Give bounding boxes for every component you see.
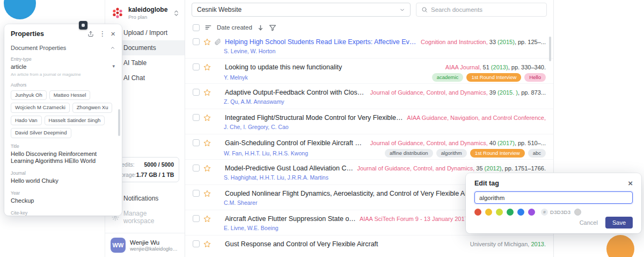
tag-pill[interactable]: 1st Round Interview [470,149,525,158]
doc-title[interactable]: Gust Response and Control of Very Flexib… [225,240,466,248]
author-chip[interactable]: Hado Van [11,116,42,125]
tag-pill[interactable]: algorithm [436,149,467,158]
export-icon[interactable] [87,31,94,37]
row-checkbox[interactable] [193,63,200,70]
workspace-logo-icon [111,6,125,20]
doc-volume: 33 [488,39,496,45]
doc-title[interactable]: Gain-Scheduling Control of Flexible Airc… [225,139,367,147]
select-all-checkbox[interactable] [193,24,200,31]
collection-select[interactable]: Cesnik Website [192,3,411,17]
star-icon[interactable] [203,139,211,147]
search-box[interactable] [416,3,547,17]
doc-pages: , pp. 1751–1766. [501,165,546,172]
doc-title[interactable]: Aircraft Active Flutter Suppression Stat… [225,215,356,223]
row-checkbox[interactable] [193,114,200,121]
doc-volume: 40 [488,140,496,146]
doc-meta: Cognition and Instruction, 33 (2015), pp… [421,39,546,45]
document-row[interactable]: Integrated Flight/Structural Mode Contro… [185,109,553,134]
sort-icon[interactable] [204,24,212,31]
user-profile[interactable]: WW Wenjie Wu wenjie@kaleidoglob... [105,233,185,257]
tag-pill[interactable]: academic [432,73,464,82]
document-row[interactable]: Looking to update this new functionality… [185,59,553,84]
doc-venue: Cognition and Instruction, [421,39,488,45]
tag-pill[interactable]: affine distribution [385,149,433,158]
sort-field-label[interactable]: Date created [217,24,252,31]
current-color-swatch[interactable] [574,209,581,216]
tag-name-input[interactable] [474,191,633,204]
close-icon[interactable]: × [628,179,633,187]
entry-type-label: Entry-type [11,56,115,62]
author-chip[interactable]: David Silver Deepmind [11,128,71,138]
doc-title[interactable]: Helping High School Students Read Like E… [225,38,417,46]
star-icon[interactable] [203,165,211,172]
document-row[interactable]: Gust Response and Control of Very Flexib… [185,235,553,257]
workspace-switcher[interactable]: kaleidoglobe Pro plan [105,0,185,25]
chevron-up-icon [110,45,115,51]
section-document-properties[interactable]: Document Properties [11,45,115,51]
author-chip[interactable]: Hasselt Satinder Singh [45,116,105,125]
document-row[interactable]: Adaptive Output-Feedback Control with Cl… [185,84,553,109]
field-entry-type[interactable]: Entry-type article An article from a jou… [11,56,115,77]
doc-title[interactable]: Model-Predictive Gust Load Alleviation C… [225,165,353,172]
list-scrollbar[interactable] [549,37,551,61]
row-checkbox[interactable] [193,215,200,222]
cancel-button[interactable]: Cancel [580,219,598,226]
notifications-label: Notifications [123,195,158,202]
doc-venue: University of Michigan, [470,241,530,247]
document-row[interactable]: Gain-Scheduling Control of Flexible Airc… [185,134,553,160]
author-chip[interactable]: Zhongwen Xu [72,103,113,112]
row-checkbox[interactable] [193,89,200,96]
attachment-icon [215,39,221,45]
doc-title[interactable]: Integrated Flight/Structural Mode Contro… [225,114,403,122]
star-icon[interactable] [203,114,211,122]
hex-color-chip[interactable]: # D3D3D3 [541,209,570,216]
star-icon[interactable] [203,190,211,197]
row-checkbox[interactable] [193,38,200,45]
author-chip[interactable]: Wojciech M Czarnecki [11,103,70,112]
tag-pill[interactable]: 1st Round Interview [466,73,521,82]
star-icon[interactable] [203,215,211,223]
document-row[interactable]: Helping High School Students Read Like E… [185,33,553,59]
color-swatch[interactable] [528,209,535,216]
tag-pill[interactable]: Hello [524,73,546,82]
doc-title[interactable]: Looking to update this new functionality [225,63,442,71]
filter-icon[interactable] [269,24,276,31]
save-button[interactable]: Save [605,217,633,229]
workspace-plan: Pro plan [128,14,170,20]
row-checkbox[interactable] [193,240,200,247]
row-checkbox[interactable] [193,165,200,172]
doc-title[interactable]: Adaptive Output-Feedback Control with Cl… [225,89,367,96]
year-value: Checkup [11,197,115,205]
color-swatch[interactable] [485,209,492,216]
section-label: Document Properties [11,45,66,51]
field-journal[interactable]: Journal Hello world Chuky [11,170,115,185]
star-icon[interactable] [203,89,211,96]
search-input[interactable] [431,6,541,13]
star-icon[interactable] [203,63,211,71]
field-year[interactable]: Year Checkup [11,190,115,205]
author-chip[interactable]: Junhyuk Oh [11,90,47,100]
color-swatch[interactable] [474,209,481,216]
color-swatch[interactable] [507,209,514,216]
color-swatch[interactable] [496,209,503,216]
star-icon[interactable] [203,38,211,46]
panel-title: Properties [11,30,87,38]
row-checkbox[interactable] [193,139,200,146]
doc-pages: , pp. 125–... [515,39,546,45]
author-chip[interactable]: Matteo Hessel [49,90,91,100]
doc-tags: affine distributionalgorithm1st Round In… [385,149,546,158]
doc-meta: Journal of Guidance, Control, and Dynami… [370,140,546,146]
panel-scrollbar[interactable] [118,109,120,136]
tag-pill[interactable]: abc [528,149,546,158]
doc-year: (2012) [483,165,502,172]
kebab-menu-icon[interactable]: ⋮ [99,30,106,37]
journal-label: Journal [11,170,115,176]
field-cite-key[interactable]: Cite-key generate custom cite key [11,210,115,216]
close-icon[interactable]: × [111,30,115,38]
color-swatch[interactable] [517,209,524,216]
row-checkbox[interactable] [193,190,200,197]
star-icon[interactable] [203,240,211,248]
floating-pin-button[interactable] [79,21,87,30]
sort-direction-down-icon[interactable] [257,24,264,31]
field-title[interactable]: Title Hello Discovering Reinforcement Le… [11,144,115,166]
